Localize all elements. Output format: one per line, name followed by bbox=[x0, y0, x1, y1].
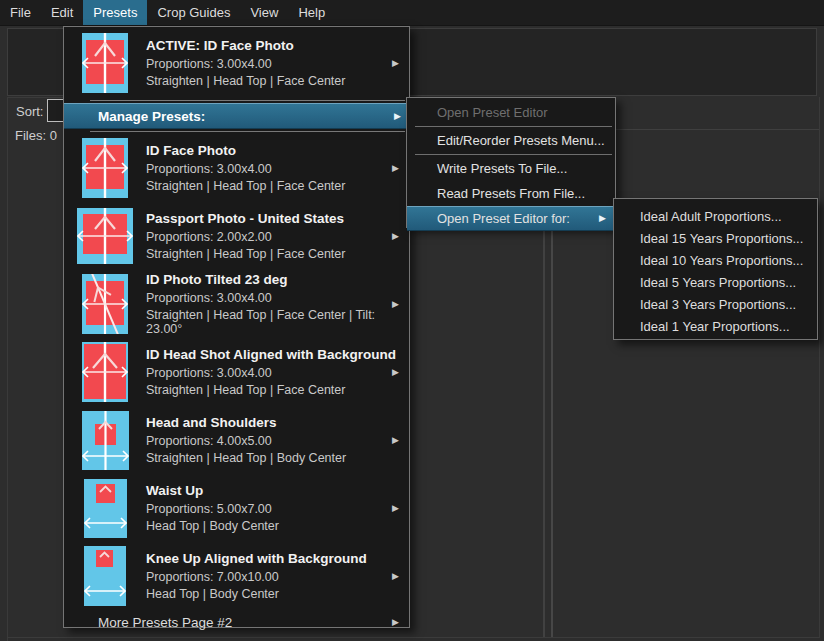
crop-preset-face-3x4-icon bbox=[74, 138, 136, 198]
ideal-adult-proportions-item[interactable]: Ideal Adult Proportions... bbox=[614, 205, 817, 227]
preset-proportions: Proportions: 4.00x5.00 bbox=[146, 434, 401, 448]
menu-item-label: Write Presets To File... bbox=[437, 161, 567, 176]
crop-preset-knee-up-icon bbox=[74, 546, 136, 606]
bottom-border bbox=[7, 637, 820, 638]
submenu-arrow-icon: ▶ bbox=[599, 214, 606, 223]
preset-proportions: Proportions: 2.00x2.00 bbox=[146, 230, 401, 244]
preset-tags: Straighten | Head Top | Face Center | Ti… bbox=[146, 308, 401, 336]
preset-proportions: Proportions: 3.00x4.00 bbox=[146, 291, 401, 305]
preset-title: Waist Up bbox=[146, 483, 401, 498]
preset-proportions: Proportions: 5.00x7.00 bbox=[146, 502, 401, 516]
preset-title: ID Photo Tilted 23 deg bbox=[146, 272, 401, 287]
preset-tags: Straighten | Head Top | Face Center bbox=[146, 179, 401, 193]
crop-preset-head-shoulders-icon bbox=[74, 411, 136, 470]
manage-presets-submenu: Open Preset Editor Edit/Reorder Presets … bbox=[406, 97, 616, 228]
preset-tags: Head Top | Body Center bbox=[146, 519, 401, 533]
preset-item-id-face-photo[interactable]: ID Face Photo Proportions: 3.00x4.00 Str… bbox=[64, 134, 409, 202]
menu-item-label: Ideal 1 Year Proportions... bbox=[640, 319, 790, 334]
ideal-3-years-proportions-item[interactable]: Ideal 3 Years Proportions... bbox=[614, 293, 817, 315]
more-presets-item[interactable]: More Presets Page #2 ▶ bbox=[64, 610, 409, 634]
menu-item-label: Open Preset Editor bbox=[437, 105, 548, 120]
submenu-arrow-icon: ▶ bbox=[392, 300, 399, 309]
ideal-5-years-proportions-item[interactable]: Ideal 5 Years Proportions... bbox=[614, 271, 817, 293]
preset-tags: Head Top | Body Center bbox=[146, 587, 401, 601]
preset-proportions: Proportions: 3.00x4.00 bbox=[146, 366, 401, 380]
menu-separator bbox=[90, 131, 405, 132]
menu-separator bbox=[415, 126, 612, 127]
right-border bbox=[819, 97, 820, 638]
preset-editor-for-submenu: Ideal Adult Proportions... Ideal 15 Year… bbox=[613, 198, 818, 340]
preset-title: Passport Photo - United States bbox=[146, 211, 401, 226]
sort-label: Sort: bbox=[16, 104, 43, 119]
submenu-arrow-icon: ▶ bbox=[392, 618, 399, 627]
ideal-10-years-proportions-item[interactable]: Ideal 10 Years Proportions... bbox=[614, 249, 817, 271]
menu-presets[interactable]: Presets bbox=[83, 0, 147, 25]
more-presets-label: More Presets Page #2 bbox=[98, 615, 232, 630]
preset-tags: Straighten | Head Top | Face Center bbox=[146, 74, 401, 88]
preset-tags: Straighten | Head Top | Face Center bbox=[146, 383, 401, 397]
preset-item-passport-photo-us[interactable]: Passport Photo - United States Proportio… bbox=[64, 202, 409, 270]
preset-item-active-id-face-photo[interactable]: ACTIVE: ID Face Photo Proportions: 3.00x… bbox=[64, 27, 409, 98]
preset-proportions: Proportions: 3.00x4.00 bbox=[146, 57, 401, 71]
crop-preset-face-3x4-icon bbox=[74, 33, 136, 93]
menu-bar: File Edit Presets Crop Guides View Help bbox=[0, 0, 824, 26]
ideal-15-years-proportions-item[interactable]: Ideal 15 Years Proportions... bbox=[614, 227, 817, 249]
menu-crop-guides[interactable]: Crop Guides bbox=[147, 0, 240, 25]
submenu-arrow-icon: ▶ bbox=[392, 368, 399, 377]
read-presets-item[interactable]: Read Presets From File... bbox=[407, 181, 615, 206]
crop-preset-waist-up-icon bbox=[74, 479, 136, 538]
preset-title: Head and Shoulders bbox=[146, 415, 401, 430]
panel-splitter[interactable] bbox=[551, 229, 553, 637]
menu-item-label: Ideal 10 Years Proportions... bbox=[640, 253, 803, 268]
preset-proportions: Proportions: 7.00x10.00 bbox=[146, 570, 401, 584]
menu-item-label: Ideal 5 Years Proportions... bbox=[640, 275, 796, 290]
left-panel-border bbox=[7, 97, 8, 641]
menu-item-label: Ideal Adult Proportions... bbox=[640, 209, 782, 224]
preset-item-waist-up[interactable]: Waist Up Proportions: 5.00x7.00 Head Top… bbox=[64, 474, 409, 542]
menu-item-label: Ideal 15 Years Proportions... bbox=[640, 231, 803, 246]
edit-reorder-presets-item[interactable]: Edit/Reorder Presets Menu... bbox=[407, 128, 615, 153]
preset-item-id-head-shot-aligned[interactable]: ID Head Shot Aligned with Background Pro… bbox=[64, 338, 409, 406]
menu-file[interactable]: File bbox=[0, 0, 41, 25]
crop-preset-tilted-icon bbox=[74, 274, 136, 334]
submenu-arrow-icon: ▶ bbox=[392, 436, 399, 445]
menu-separator bbox=[415, 154, 612, 155]
crop-preset-square-icon bbox=[74, 208, 136, 264]
submenu-arrow-icon: ▶ bbox=[392, 232, 399, 241]
submenu-arrow-icon: ▶ bbox=[392, 504, 399, 513]
preset-title: ACTIVE: ID Face Photo bbox=[146, 38, 401, 53]
menu-item-label: Edit/Reorder Presets Menu... bbox=[437, 133, 605, 148]
menu-edit[interactable]: Edit bbox=[41, 0, 83, 25]
preset-item-id-photo-tilted[interactable]: ID Photo Tilted 23 deg Proportions: 3.00… bbox=[64, 270, 409, 338]
preset-tags: Straighten | Head Top | Body Center bbox=[146, 451, 401, 465]
preset-item-knee-up-aligned[interactable]: Knee Up Aligned with Background Proporti… bbox=[64, 542, 409, 610]
menu-help[interactable]: Help bbox=[288, 0, 335, 25]
preset-tags: Straighten | Head Top | Face Center bbox=[146, 247, 401, 261]
submenu-arrow-icon: ▶ bbox=[394, 112, 401, 121]
files-count-label: Files: 0 bbox=[15, 128, 57, 143]
preset-item-head-and-shoulders[interactable]: Head and Shoulders Proportions: 4.00x5.0… bbox=[64, 406, 409, 474]
submenu-arrow-icon: ▶ bbox=[392, 58, 399, 67]
manage-presets-label: Manage Presets: bbox=[98, 109, 205, 124]
preset-title: ID Head Shot Aligned with Background bbox=[146, 347, 401, 362]
open-preset-editor-for-item[interactable]: Open Preset Editor for: ▶ bbox=[407, 206, 615, 231]
preset-title: ID Face Photo bbox=[146, 143, 401, 158]
panel-splitter[interactable] bbox=[543, 229, 545, 637]
submenu-arrow-icon: ▶ bbox=[392, 572, 399, 581]
preset-proportions: Proportions: 3.00x4.00 bbox=[146, 162, 401, 176]
manage-presets-item[interactable]: Manage Presets: ▶ bbox=[64, 103, 409, 129]
write-presets-item[interactable]: Write Presets To File... bbox=[407, 156, 615, 181]
preset-title: Knee Up Aligned with Background bbox=[146, 551, 401, 566]
menu-item-label: Ideal 3 Years Proportions... bbox=[640, 297, 796, 312]
menu-view[interactable]: View bbox=[240, 0, 288, 25]
menu-item-label: Open Preset Editor for: bbox=[437, 211, 570, 226]
app-window: { "menu_bar": { "items": [ {"label": "Fi… bbox=[0, 0, 824, 641]
right-panel-divider bbox=[614, 129, 820, 130]
submenu-arrow-icon: ▶ bbox=[392, 164, 399, 173]
crop-preset-headshot-icon bbox=[74, 342, 136, 402]
menu-item-label: Read Presets From File... bbox=[437, 186, 585, 201]
menu-separator bbox=[90, 100, 405, 101]
open-preset-editor-item: Open Preset Editor bbox=[407, 100, 615, 125]
ideal-1-year-proportions-item[interactable]: Ideal 1 Year Proportions... bbox=[614, 315, 817, 337]
presets-dropdown-menu: ACTIVE: ID Face Photo Proportions: 3.00x… bbox=[63, 26, 410, 628]
